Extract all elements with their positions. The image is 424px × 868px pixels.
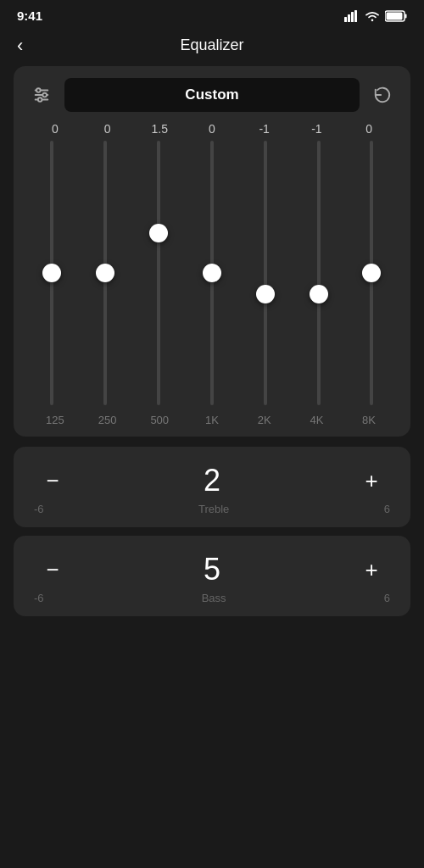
svg-rect-5 — [405, 14, 407, 18]
eq-value-4K: -1 — [299, 122, 333, 136]
slider-thumb-2K[interactable] — [256, 285, 275, 303]
treble-label: Treble — [44, 503, 384, 515]
eq-value-1K: 0 — [195, 122, 229, 136]
svg-rect-2 — [351, 12, 354, 22]
bass-increment-button[interactable]: + — [353, 551, 390, 588]
eq-value-125: 0 — [38, 122, 72, 136]
treble-meta: -6 Treble 6 — [34, 503, 390, 515]
slider-thumb-500[interactable] — [149, 224, 168, 242]
bass-meta: -6 Bass 6 — [34, 592, 390, 604]
eq-values-row: 001.50-1-10 — [25, 120, 399, 136]
eq-label-1K: 1K — [195, 414, 229, 426]
treble-decrement-button[interactable]: − — [34, 462, 71, 499]
slider-track-8K[interactable] — [370, 141, 373, 405]
slider-col-250[interactable] — [88, 141, 122, 405]
preset-label[interactable]: Custom — [64, 78, 360, 112]
svg-point-10 — [36, 88, 41, 92]
slider-track-4K[interactable] — [317, 141, 321, 405]
svg-rect-1 — [348, 14, 350, 22]
treble-max-label: 6 — [384, 503, 390, 515]
eq-top-row: Custom — [25, 78, 399, 112]
slider-col-125[interactable] — [35, 141, 69, 405]
svg-rect-0 — [344, 17, 347, 22]
signal-icon — [344, 10, 360, 22]
slider-thumb-1K[interactable] — [203, 264, 221, 282]
status-bar: 9:41 — [0, 0, 424, 28]
eq-panel: Custom 001.50-1-10 1252505001K2K4K8K — [14, 66, 410, 437]
slider-thumb-125[interactable] — [42, 264, 61, 282]
bass-panel: − 5 + -6 Bass 6 — [14, 536, 410, 616]
treble-panel: − 2 + -6 Treble 6 — [14, 447, 410, 527]
eq-value-8K: 0 — [352, 122, 386, 136]
eq-label-125: 125 — [38, 414, 72, 426]
slider-thumb-250[interactable] — [96, 264, 114, 282]
slider-col-1K[interactable] — [195, 141, 229, 405]
slider-track-1K[interactable] — [210, 141, 214, 405]
battery-icon — [385, 10, 407, 22]
bass-control-row: − 5 + — [34, 551, 390, 588]
sliders-container — [25, 137, 399, 409]
status-icons — [344, 10, 407, 22]
eq-labels-row: 1252505001K2K4K8K — [25, 409, 399, 428]
svg-point-11 — [42, 93, 47, 97]
back-button[interactable]: ‹ — [17, 35, 23, 57]
svg-point-12 — [38, 97, 42, 102]
slider-track-500[interactable] — [157, 141, 160, 405]
bass-value: 5 — [204, 552, 220, 587]
slider-col-500[interactable] — [142, 141, 176, 405]
bass-label: Bass — [44, 592, 384, 604]
sliders-icon[interactable] — [25, 79, 58, 111]
svg-rect-3 — [354, 10, 357, 22]
slider-track-2K[interactable] — [264, 141, 267, 405]
treble-control-row: − 2 + — [34, 462, 390, 499]
eq-value-2K: -1 — [248, 122, 282, 136]
status-time: 9:41 — [17, 8, 42, 23]
eq-label-250: 250 — [91, 414, 125, 426]
bass-decrement-button[interactable]: − — [34, 551, 71, 588]
reset-button[interactable] — [366, 79, 399, 111]
treble-min-label: -6 — [34, 503, 44, 515]
slider-col-4K[interactable] — [302, 141, 336, 405]
slider-track-125[interactable] — [50, 141, 53, 405]
treble-value: 2 — [204, 463, 220, 498]
bass-max-label: 6 — [384, 592, 390, 604]
eq-label-8K: 8K — [352, 414, 386, 426]
slider-thumb-4K[interactable] — [310, 285, 328, 303]
slider-col-8K[interactable] — [354, 141, 388, 405]
eq-label-4K: 4K — [299, 414, 333, 426]
slider-col-2K[interactable] — [248, 141, 282, 405]
eq-value-500: 1.5 — [142, 122, 176, 136]
eq-label-2K: 2K — [248, 414, 282, 426]
eq-label-500: 500 — [142, 414, 176, 426]
page-title: Equalizer — [180, 36, 243, 54]
slider-thumb-8K[interactable] — [362, 264, 381, 282]
eq-value-250: 0 — [91, 122, 125, 136]
slider-track-250[interactable] — [103, 141, 107, 405]
treble-increment-button[interactable]: + — [353, 462, 390, 499]
bass-min-label: -6 — [34, 592, 44, 604]
wifi-icon — [365, 10, 380, 22]
svg-rect-6 — [387, 12, 403, 19]
header: ‹ Equalizer — [0, 28, 424, 66]
